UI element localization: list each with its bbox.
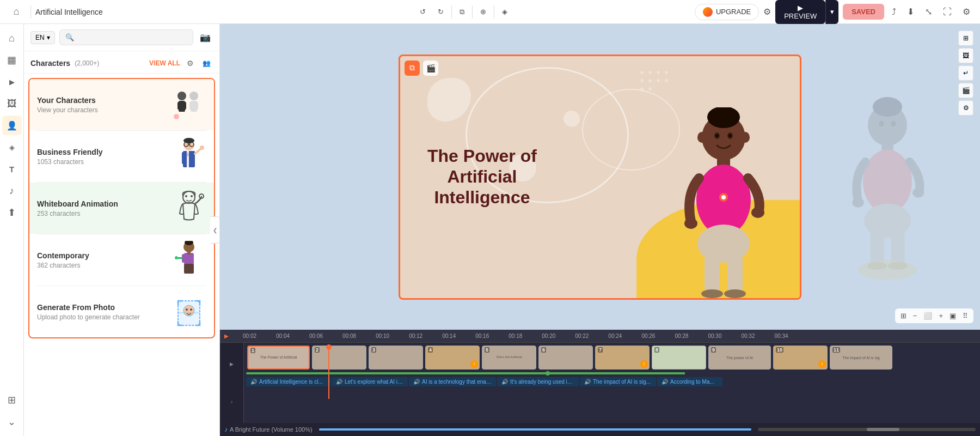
image-button[interactable]: 🖼 xyxy=(958,48,973,63)
timeline-slide-6[interactable]: 6 xyxy=(538,346,593,370)
sidebar-item-music[interactable]: ♪ xyxy=(2,181,22,201)
ruler-mark-0026: 00:26 xyxy=(632,333,665,339)
panel-add-icon[interactable]: 👥 xyxy=(200,57,213,70)
sidebar-item-stickers[interactable]: ◈ xyxy=(2,137,22,157)
canvas-content: ⊞ 🖼 ↵ 🎬 ⚙ xyxy=(220,24,980,330)
slide-frame[interactable]: The Power of Artificial Intelligence xyxy=(399,55,801,300)
sidebar-item-collapse[interactable]: ⌄ xyxy=(2,412,22,432)
progress-bar xyxy=(246,372,978,374)
grid-layout-button[interactable]: ⊞ xyxy=(898,311,909,321)
svg-point-23 xyxy=(191,195,193,197)
card-title: Your Characters xyxy=(37,96,168,105)
sidebar-item-media[interactable]: ▶ xyxy=(2,72,22,92)
generate-from-photo-card[interactable]: Generate From Photo Upload photo to gene… xyxy=(29,286,214,337)
svg-point-37 xyxy=(190,308,192,311)
duplicate-button[interactable]: ⧉ xyxy=(455,5,469,19)
sidebar-item-templates[interactable]: 🖼 xyxy=(2,94,22,113)
svg-point-45 xyxy=(665,71,668,74)
panel-count: (2,000+) xyxy=(75,59,99,67)
settings2-button[interactable]: ⚙ xyxy=(958,100,973,116)
audio-track-3[interactable]: 🔊 AI is a technology that enable... xyxy=(409,377,496,386)
grid-view-button[interactable]: ⊞ xyxy=(958,31,973,46)
sidebar-item-home[interactable]: ⌂ xyxy=(2,28,22,48)
svg-point-62 xyxy=(697,225,750,263)
card-image-contemporary xyxy=(168,241,206,279)
view-all-button[interactable]: VIEW ALL xyxy=(149,59,180,67)
svg-point-71 xyxy=(879,97,896,111)
timeline-slide-5[interactable]: 5 She's the Artificial xyxy=(482,346,536,370)
panel-settings-icon[interactable]: ⚙ xyxy=(183,57,197,70)
frame-toggle-button[interactable]: ▣ xyxy=(947,311,958,321)
business-friendly-card[interactable]: Business Friendly 1053 characters xyxy=(29,131,214,182)
audio-track-6[interactable]: 🔊 According to Ma... xyxy=(657,377,722,386)
your-characters-card[interactable]: Your Characters View your characters xyxy=(29,79,214,130)
contemporary-card[interactable]: Contemporary 362 characters xyxy=(29,234,214,286)
timeline-slide-3[interactable]: 3 xyxy=(369,346,423,370)
preview-dropdown-button[interactable]: ▾ xyxy=(825,0,838,24)
svg-point-47 xyxy=(640,87,644,90)
audio-track-5[interactable]: 🔊 The impact of AI is sig... xyxy=(580,377,656,386)
ghost-character-svg xyxy=(838,88,936,295)
minus-button[interactable]: − xyxy=(911,311,920,321)
volume-bar[interactable] xyxy=(319,428,751,431)
audio-track-2[interactable]: 🔊 Let's explore what AI is and... xyxy=(332,377,408,386)
svg-rect-29 xyxy=(189,254,194,263)
timeline-slide-8[interactable]: 8 xyxy=(652,346,706,370)
slide-video-icon[interactable]: 🎬 xyxy=(423,60,438,76)
fullscreen-button[interactable]: ⛶ xyxy=(940,5,955,19)
progress-dot xyxy=(546,371,550,376)
settings-icon[interactable]: ⚙ xyxy=(763,7,771,17)
ruler-mark-0018: 00:18 xyxy=(499,333,532,339)
timeline-slide-2[interactable]: 2 xyxy=(312,346,366,370)
ghost-character xyxy=(838,88,936,297)
sidebar-item-grid[interactable]: ⊞ xyxy=(2,390,22,410)
audio-track-4[interactable]: 🔊 It's already being used in ind... xyxy=(497,377,579,386)
ruler-mark-0008: 00:08 xyxy=(333,333,366,339)
undo-button[interactable]: ↺ xyxy=(415,5,430,18)
add-button[interactable]: ⊕ xyxy=(476,5,491,18)
sidebar-item-upload[interactable]: ⬆ xyxy=(2,203,22,222)
language-selector[interactable]: EN ▾ xyxy=(30,31,55,44)
slide-lock-icon[interactable]: ⧉ xyxy=(405,60,420,76)
svg-rect-31 xyxy=(177,257,183,259)
timeline-slide-10[interactable]: 10 ! xyxy=(773,346,828,370)
whiteboard-animation-card[interactable]: Whiteboard Animation 253 characters xyxy=(29,183,214,234)
share-button[interactable]: ⤴ xyxy=(889,5,899,19)
svg-point-68 xyxy=(721,195,726,199)
home-nav-icon[interactable]: ⌂ xyxy=(7,2,26,22)
preview-button[interactable]: ▶ PREVIEW xyxy=(775,0,825,24)
audio-track-row: 🔊 Artificial Intelligence is cl... 🔊 Let… xyxy=(244,377,980,386)
svg-rect-80 xyxy=(891,231,904,265)
warning-badge-7: ! xyxy=(640,360,648,368)
svg-rect-64 xyxy=(727,255,743,293)
timeline-slide-4[interactable]: 4 ! xyxy=(425,346,480,370)
timeline-slide-11[interactable]: 11 The impact of AI is sig xyxy=(830,346,892,370)
timeline-ruler: ▶ 00:02 00:04 00:06 00:08 00:10 00:12 00… xyxy=(220,330,980,343)
panel-collapse-button[interactable]: ❮ xyxy=(210,216,220,244)
resize-button[interactable]: ⤡ xyxy=(922,4,935,19)
timeline-slide-9[interactable]: 9 The power of AI xyxy=(708,346,771,370)
timeline-slide-1[interactable]: 1 The Power of Artificial xyxy=(247,346,310,370)
more-settings-button[interactable]: ⚙ xyxy=(959,4,973,19)
sidebar-item-slides[interactable]: ▦ xyxy=(2,50,22,70)
timeline-slide-7[interactable]: 7 ! xyxy=(595,346,650,370)
sidebar-item-text[interactable]: T xyxy=(2,159,22,179)
search-input[interactable] xyxy=(77,33,187,41)
download-button[interactable]: ⬇ xyxy=(904,4,917,19)
fit-button[interactable]: ⬜ xyxy=(921,311,934,321)
video-button[interactable]: 🎬 xyxy=(958,83,973,98)
svg-point-55 xyxy=(728,134,732,137)
slide-num-5: 5 xyxy=(485,347,489,353)
track-rows-container: 1 The Power of Artificial 2 3 xyxy=(244,343,980,423)
saved-button[interactable]: SAVED xyxy=(843,4,884,20)
enter-button[interactable]: ↵ xyxy=(958,65,973,81)
redo-button[interactable]: ↻ xyxy=(433,5,448,18)
upgrade-button[interactable]: UPGRADE xyxy=(695,4,759,20)
timeline-scrollbar[interactable] xyxy=(758,428,976,431)
shapes-button[interactable]: ◈ xyxy=(498,5,512,18)
dots-toggle-button[interactable]: ⠿ xyxy=(960,311,970,321)
audio-track-1[interactable]: 🔊 Artificial Intelligence is cl... xyxy=(246,377,330,386)
plus-button[interactable]: + xyxy=(936,311,945,321)
camera-button[interactable]: 📷 xyxy=(198,30,213,45)
sidebar-item-characters[interactable]: 👤 xyxy=(2,116,22,135)
